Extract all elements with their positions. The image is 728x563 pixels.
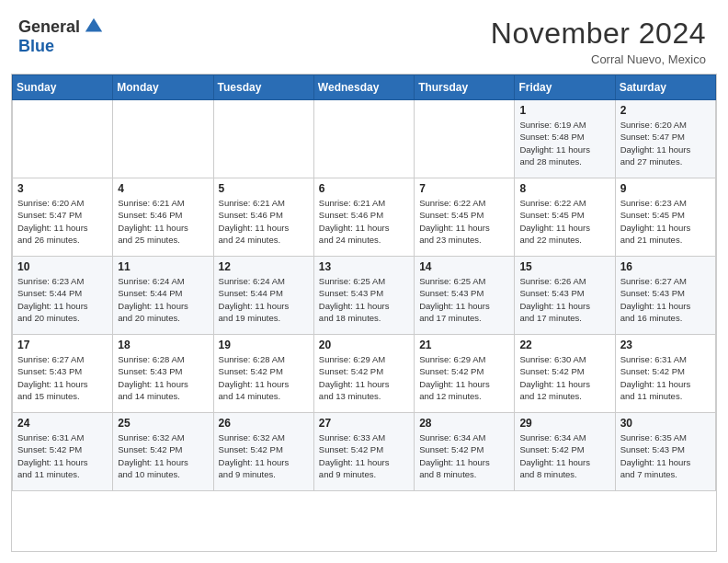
day-number: 8 xyxy=(519,182,609,195)
calendar-cell xyxy=(113,100,213,178)
calendar-cell: 12Sunrise: 6:24 AM Sunset: 5:44 PM Dayli… xyxy=(213,257,313,335)
location-subtitle: Corral Nuevo, Mexico xyxy=(491,52,706,66)
day-info: Sunrise: 6:31 AM Sunset: 5:42 PM Dayligh… xyxy=(17,431,108,480)
calendar-cell: 13Sunrise: 6:25 AM Sunset: 5:43 PM Dayli… xyxy=(313,257,414,335)
day-number: 27 xyxy=(319,417,409,430)
calendar-cell: 6Sunrise: 6:21 AM Sunset: 5:46 PM Daylig… xyxy=(313,178,414,257)
day-number: 21 xyxy=(419,339,509,351)
day-info: Sunrise: 6:27 AM Sunset: 5:43 PM Dayligh… xyxy=(17,353,108,402)
day-number: 19 xyxy=(219,339,309,351)
day-number: 20 xyxy=(319,339,409,351)
day-number: 6 xyxy=(319,182,409,195)
calendar-cell: 25Sunrise: 6:32 AM Sunset: 5:42 PM Dayli… xyxy=(113,413,213,491)
day-number: 9 xyxy=(620,182,711,195)
calendar-cell: 2Sunrise: 6:20 AM Sunset: 5:47 PM Daylig… xyxy=(615,100,715,178)
day-info: Sunrise: 6:24 AM Sunset: 5:44 PM Dayligh… xyxy=(219,275,309,324)
calendar-cell: 10Sunrise: 6:23 AM Sunset: 5:44 PM Dayli… xyxy=(13,257,113,335)
calendar-cell: 4Sunrise: 6:21 AM Sunset: 5:46 PM Daylig… xyxy=(113,178,213,257)
weekday-header: Monday xyxy=(113,75,213,100)
logo-text: General xyxy=(18,17,104,37)
day-number: 26 xyxy=(219,417,309,430)
day-number: 1 xyxy=(519,104,609,117)
calendar-cell: 24Sunrise: 6:31 AM Sunset: 5:42 PM Dayli… xyxy=(13,413,113,491)
calendar-cell: 5Sunrise: 6:21 AM Sunset: 5:46 PM Daylig… xyxy=(213,178,313,257)
day-info: Sunrise: 6:21 AM Sunset: 5:46 PM Dayligh… xyxy=(219,197,309,246)
day-info: Sunrise: 6:25 AM Sunset: 5:43 PM Dayligh… xyxy=(319,275,409,324)
day-info: Sunrise: 6:34 AM Sunset: 5:42 PM Dayligh… xyxy=(519,431,609,480)
day-info: Sunrise: 6:23 AM Sunset: 5:44 PM Dayligh… xyxy=(17,275,108,324)
calendar-header-row: SundayMondayTuesdayWednesdayThursdayFrid… xyxy=(13,75,716,100)
day-info: Sunrise: 6:33 AM Sunset: 5:42 PM Dayligh… xyxy=(319,431,409,480)
day-info: Sunrise: 6:28 AM Sunset: 5:43 PM Dayligh… xyxy=(118,353,208,402)
calendar-cell: 7Sunrise: 6:22 AM Sunset: 5:45 PM Daylig… xyxy=(415,178,515,257)
day-info: Sunrise: 6:23 AM Sunset: 5:45 PM Dayligh… xyxy=(620,197,711,246)
calendar-body: 1Sunrise: 6:19 AM Sunset: 5:48 PM Daylig… xyxy=(13,100,716,491)
day-number: 28 xyxy=(419,417,509,430)
weekday-header: Friday xyxy=(515,75,615,100)
calendar-cell: 29Sunrise: 6:34 AM Sunset: 5:42 PM Dayli… xyxy=(515,413,615,491)
day-number: 24 xyxy=(17,417,108,430)
day-info: Sunrise: 6:35 AM Sunset: 5:43 PM Dayligh… xyxy=(620,431,711,480)
logo-icon xyxy=(84,17,104,37)
calendar-cell: 26Sunrise: 6:32 AM Sunset: 5:42 PM Dayli… xyxy=(213,413,313,491)
month-title: November 2024 xyxy=(491,17,706,51)
day-number: 29 xyxy=(519,417,609,430)
calendar-cell: 23Sunrise: 6:31 AM Sunset: 5:42 PM Dayli… xyxy=(615,335,715,413)
weekday-header: Saturday xyxy=(615,75,715,100)
weekday-header: Sunday xyxy=(13,75,113,100)
day-info: Sunrise: 6:19 AM Sunset: 5:48 PM Dayligh… xyxy=(519,119,609,167)
day-number: 18 xyxy=(118,339,208,351)
calendar-cell: 27Sunrise: 6:33 AM Sunset: 5:42 PM Dayli… xyxy=(313,413,414,491)
calendar-cell: 20Sunrise: 6:29 AM Sunset: 5:42 PM Dayli… xyxy=(313,335,414,413)
day-number: 23 xyxy=(620,339,711,351)
calendar-cell: 11Sunrise: 6:24 AM Sunset: 5:44 PM Dayli… xyxy=(113,257,213,335)
day-info: Sunrise: 6:24 AM Sunset: 5:44 PM Dayligh… xyxy=(118,275,208,324)
calendar-week-row: 3Sunrise: 6:20 AM Sunset: 5:47 PM Daylig… xyxy=(13,178,716,257)
calendar-cell: 1Sunrise: 6:19 AM Sunset: 5:48 PM Daylig… xyxy=(515,100,615,178)
weekday-header: Wednesday xyxy=(313,75,414,100)
calendar: SundayMondayTuesdayWednesdayThursdayFrid… xyxy=(11,74,717,552)
day-info: Sunrise: 6:32 AM Sunset: 5:42 PM Dayligh… xyxy=(118,431,208,480)
day-number: 17 xyxy=(17,339,108,351)
day-info: Sunrise: 6:25 AM Sunset: 5:43 PM Dayligh… xyxy=(419,275,509,324)
calendar-cell: 28Sunrise: 6:34 AM Sunset: 5:42 PM Dayli… xyxy=(415,413,515,491)
day-number: 14 xyxy=(419,260,509,273)
day-info: Sunrise: 6:20 AM Sunset: 5:47 PM Dayligh… xyxy=(17,197,108,246)
calendar-week-row: 1Sunrise: 6:19 AM Sunset: 5:48 PM Daylig… xyxy=(13,100,716,178)
weekday-header: Thursday xyxy=(415,75,515,100)
calendar-cell: 18Sunrise: 6:28 AM Sunset: 5:43 PM Dayli… xyxy=(113,335,213,413)
calendar-cell: 17Sunrise: 6:27 AM Sunset: 5:43 PM Dayli… xyxy=(13,335,113,413)
day-info: Sunrise: 6:27 AM Sunset: 5:43 PM Dayligh… xyxy=(620,275,711,324)
day-info: Sunrise: 6:34 AM Sunset: 5:42 PM Dayligh… xyxy=(419,431,509,480)
logo-blue-text: Blue xyxy=(18,37,54,56)
day-info: Sunrise: 6:21 AM Sunset: 5:46 PM Dayligh… xyxy=(118,197,208,246)
day-number: 11 xyxy=(118,260,208,273)
logo-area: General Blue xyxy=(18,17,104,56)
day-info: Sunrise: 6:31 AM Sunset: 5:42 PM Dayligh… xyxy=(620,353,711,402)
day-info: Sunrise: 6:29 AM Sunset: 5:42 PM Dayligh… xyxy=(319,353,409,402)
header: General Blue November 2024 Corral Nuevo,… xyxy=(0,0,728,74)
day-info: Sunrise: 6:28 AM Sunset: 5:42 PM Dayligh… xyxy=(219,353,309,402)
calendar-cell: 3Sunrise: 6:20 AM Sunset: 5:47 PM Daylig… xyxy=(13,178,113,257)
day-info: Sunrise: 6:20 AM Sunset: 5:47 PM Dayligh… xyxy=(620,119,711,167)
day-number: 10 xyxy=(17,260,108,273)
calendar-week-row: 10Sunrise: 6:23 AM Sunset: 5:44 PM Dayli… xyxy=(13,257,716,335)
svg-marker-0 xyxy=(85,18,102,32)
calendar-week-row: 24Sunrise: 6:31 AM Sunset: 5:42 PM Dayli… xyxy=(13,413,716,491)
day-number: 3 xyxy=(17,182,108,195)
day-info: Sunrise: 6:32 AM Sunset: 5:42 PM Dayligh… xyxy=(219,431,309,480)
day-number: 12 xyxy=(219,260,309,273)
day-info: Sunrise: 6:29 AM Sunset: 5:42 PM Dayligh… xyxy=(419,353,509,402)
day-number: 25 xyxy=(118,417,208,430)
day-number: 30 xyxy=(620,417,711,430)
calendar-cell: 9Sunrise: 6:23 AM Sunset: 5:45 PM Daylig… xyxy=(615,178,715,257)
page: General Blue November 2024 Corral Nuevo,… xyxy=(0,0,728,563)
day-number: 5 xyxy=(219,182,309,195)
calendar-cell xyxy=(415,100,515,178)
calendar-cell xyxy=(13,100,113,178)
day-info: Sunrise: 6:30 AM Sunset: 5:42 PM Dayligh… xyxy=(519,353,609,402)
calendar-week-row: 17Sunrise: 6:27 AM Sunset: 5:43 PM Dayli… xyxy=(13,335,716,413)
calendar-cell xyxy=(213,100,313,178)
calendar-cell xyxy=(313,100,414,178)
calendar-cell: 14Sunrise: 6:25 AM Sunset: 5:43 PM Dayli… xyxy=(415,257,515,335)
